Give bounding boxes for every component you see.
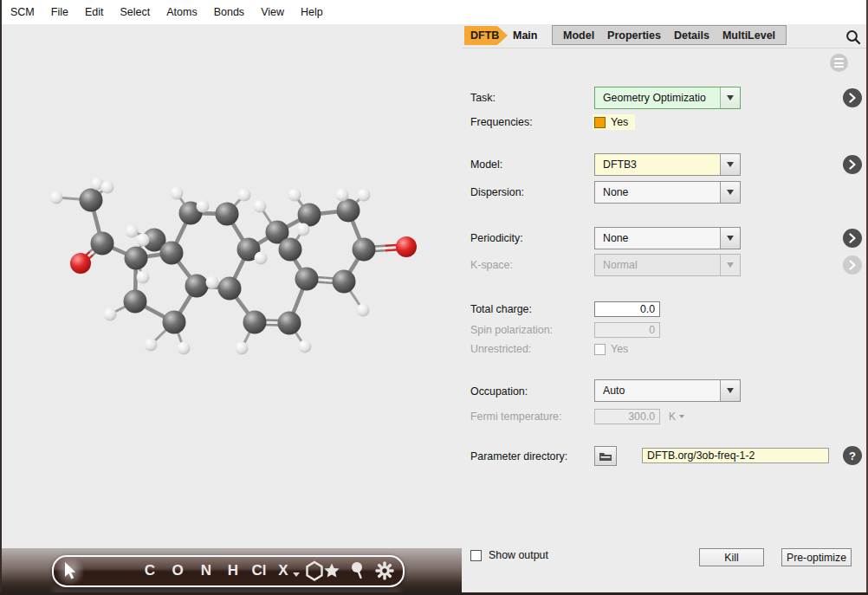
show-output-row: Show output [470, 549, 548, 561]
total-charge-input[interactable]: 0.0 [594, 301, 660, 317]
molecule-viewer[interactable]: C O N H Cl X [2, 24, 462, 595]
tab-properties[interactable]: Properties [607, 29, 661, 42]
dispersion-select[interactable]: None [594, 181, 741, 204]
kspace-select: Normal [594, 254, 741, 276]
fermi-unit-label: K [669, 411, 676, 423]
benzene-ring-icon[interactable] [305, 560, 324, 582]
menu-bar: SCM File Edit Select Atoms Bonds View He… [2, 0, 866, 24]
frequencies-chip: Yes [593, 114, 635, 130]
pointer-tool-icon[interactable] [61, 561, 78, 581]
show-output-checkbox[interactable] [470, 550, 482, 561]
balloon-icon[interactable] [350, 561, 366, 580]
task-dropdown-arrow-icon[interactable] [720, 87, 740, 108]
menu-file[interactable]: File [51, 6, 68, 18]
element-other-button[interactable]: X [272, 562, 295, 579]
dispersion-value: None [595, 186, 720, 198]
periodicity-label: Periodicity: [470, 232, 523, 244]
fermi-temperature-label: Fermi temperature: [470, 411, 561, 423]
task-select[interactable]: Geometry Optimizatio [594, 87, 741, 109]
spin-polarization-label: Spin polarization: [470, 324, 553, 336]
frequencies-checkbox[interactable] [594, 117, 606, 128]
tab-model[interactable]: Model [563, 29, 594, 42]
element-nitrogen-button[interactable]: N [195, 562, 217, 579]
tab-details[interactable]: Details [674, 29, 709, 42]
model-value: DFTB3 [595, 158, 720, 171]
fermi-temperature-input: 300.0 [594, 409, 660, 424]
tab-group: Model Properties Details MultiLevel [552, 25, 787, 45]
unrestricted-label: Unrestricted: [470, 343, 531, 355]
dftb-input-panel: DFTB Main Model Properties Details Multi… [463, 24, 866, 595]
spin-polarization-input: 0 [594, 322, 660, 338]
parameter-directory-label: Parameter directory: [470, 450, 567, 462]
model-dropdown-arrow-icon[interactable] [720, 154, 740, 175]
kspace-label: K-space: [470, 259, 513, 271]
menu-atoms[interactable]: Atoms [166, 6, 197, 18]
task-value: Geometry Optimizatio [595, 92, 720, 104]
menu-view[interactable]: View [261, 6, 284, 18]
frequencies-yes-label: Yes [611, 116, 628, 128]
kspace-detail-button [843, 255, 862, 275]
parameter-help-button[interactable]: ? [843, 446, 862, 465]
occupation-label: Occupation: [470, 385, 528, 398]
viewer-toolbar: C O N H Cl X [52, 555, 405, 587]
element-other-caret-icon[interactable] [293, 572, 300, 578]
element-hydrogen-button[interactable]: H [222, 562, 244, 579]
element-oxygen-button[interactable]: O [166, 562, 189, 579]
kspace-value: Normal [595, 259, 720, 271]
menu-scm[interactable]: SCM [10, 6, 35, 18]
occupation-select[interactable]: Auto [594, 379, 741, 402]
periodicity-select[interactable]: None [594, 227, 741, 249]
dispersion-label: Dispersion: [470, 186, 524, 198]
gear-icon[interactable] [375, 561, 394, 580]
occupation-value: Auto [595, 385, 720, 397]
folder-icon [599, 451, 612, 462]
model-label: Model: [470, 158, 502, 171]
browse-folder-button[interactable] [594, 446, 617, 466]
tab-main[interactable]: Main [513, 26, 537, 45]
task-label: Task: [470, 92, 496, 104]
tab-multilevel[interactable]: MultiLevel [722, 29, 775, 42]
task-detail-button[interactable] [843, 88, 862, 107]
parameter-directory-input[interactable]: DFTB.org/3ob-freq-1-2 [642, 448, 829, 463]
fermi-unit[interactable]: K [669, 411, 684, 423]
kspace-dropdown-arrow-icon [720, 255, 740, 275]
fermi-unit-caret-icon [679, 415, 684, 418]
menu-help[interactable]: Help [301, 6, 323, 18]
show-output-label: Show output [489, 549, 548, 561]
window-border-left [0, 0, 2, 595]
unrestricted-row: Yes [594, 343, 628, 355]
frequencies-label: Frequencies: [470, 116, 533, 128]
unrestricted-checkbox [594, 344, 606, 355]
periodicity-value: None [595, 232, 720, 244]
menu-bonds[interactable]: Bonds [214, 6, 244, 18]
periodicity-dropdown-arrow-icon[interactable] [720, 228, 740, 249]
kill-button[interactable]: Kill [699, 548, 764, 566]
unrestricted-yes-label: Yes [611, 343, 628, 355]
preoptimize-button[interactable]: Pre-optimize [781, 548, 852, 566]
search-icon[interactable] [845, 29, 861, 45]
periodicity-detail-button[interactable] [843, 229, 862, 248]
dispersion-dropdown-arrow-icon[interactable] [720, 182, 740, 203]
question-mark-icon: ? [849, 449, 856, 462]
occupation-dropdown-arrow-icon[interactable] [720, 380, 740, 401]
panel-menu-icon[interactable] [830, 54, 848, 72]
model-select[interactable]: DFTB3 [594, 153, 741, 176]
molecule-viewport[interactable] [2, 24, 462, 595]
menu-select[interactable]: Select [120, 6, 150, 18]
menu-edit[interactable]: Edit [85, 6, 104, 18]
element-carbon-button[interactable]: C [139, 562, 161, 579]
total-charge-label: Total charge: [470, 303, 532, 315]
star-icon[interactable] [323, 562, 340, 579]
model-detail-button[interactable] [843, 155, 862, 174]
ring-tool-icon[interactable] [253, 561, 272, 582]
